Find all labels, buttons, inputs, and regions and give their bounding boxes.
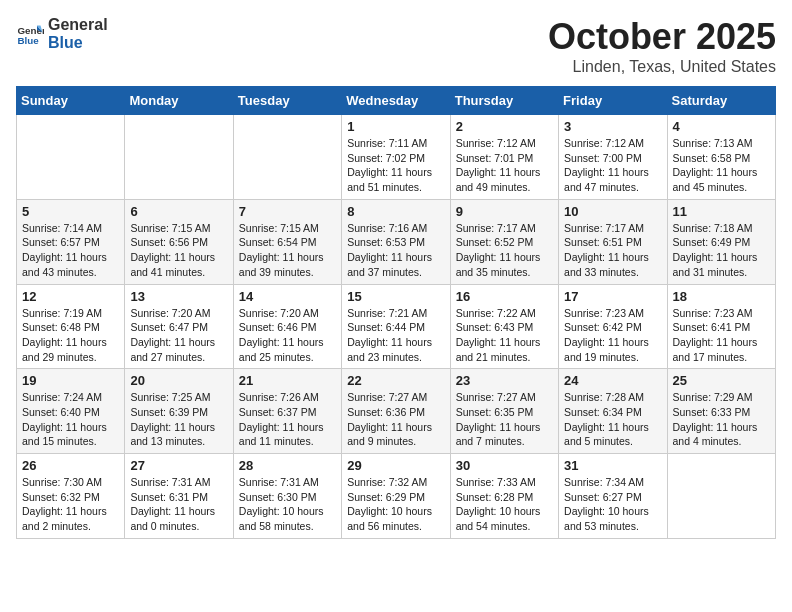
calendar-cell — [667, 454, 775, 539]
day-info: Sunrise: 7:32 AMSunset: 6:29 PMDaylight:… — [347, 475, 444, 534]
day-number: 19 — [22, 373, 119, 388]
day-info: Sunrise: 7:34 AMSunset: 6:27 PMDaylight:… — [564, 475, 661, 534]
calendar-cell — [125, 115, 233, 200]
calendar-cell: 20Sunrise: 7:25 AMSunset: 6:39 PMDayligh… — [125, 369, 233, 454]
calendar-cell: 7Sunrise: 7:15 AMSunset: 6:54 PMDaylight… — [233, 199, 341, 284]
day-number: 22 — [347, 373, 444, 388]
week-row-4: 26Sunrise: 7:30 AMSunset: 6:32 PMDayligh… — [17, 454, 776, 539]
calendar-cell: 29Sunrise: 7:32 AMSunset: 6:29 PMDayligh… — [342, 454, 450, 539]
calendar-cell: 30Sunrise: 7:33 AMSunset: 6:28 PMDayligh… — [450, 454, 558, 539]
logo-icon: General Blue — [16, 20, 44, 48]
calendar-cell: 1Sunrise: 7:11 AMSunset: 7:02 PMDaylight… — [342, 115, 450, 200]
calendar-cell: 9Sunrise: 7:17 AMSunset: 6:52 PMDaylight… — [450, 199, 558, 284]
header: General Blue General Blue October 2025 L… — [16, 16, 776, 76]
day-number: 1 — [347, 119, 444, 134]
logo: General Blue General Blue — [16, 16, 108, 51]
weekday-header-monday: Monday — [125, 87, 233, 115]
calendar-cell: 5Sunrise: 7:14 AMSunset: 6:57 PMDaylight… — [17, 199, 125, 284]
calendar-cell: 15Sunrise: 7:21 AMSunset: 6:44 PMDayligh… — [342, 284, 450, 369]
day-number: 31 — [564, 458, 661, 473]
day-info: Sunrise: 7:21 AMSunset: 6:44 PMDaylight:… — [347, 306, 444, 365]
calendar-cell: 21Sunrise: 7:26 AMSunset: 6:37 PMDayligh… — [233, 369, 341, 454]
logo-blue-text: Blue — [48, 34, 108, 52]
day-info: Sunrise: 7:15 AMSunset: 6:56 PMDaylight:… — [130, 221, 227, 280]
calendar-cell: 22Sunrise: 7:27 AMSunset: 6:36 PMDayligh… — [342, 369, 450, 454]
day-number: 21 — [239, 373, 336, 388]
calendar-cell: 16Sunrise: 7:22 AMSunset: 6:43 PMDayligh… — [450, 284, 558, 369]
day-info: Sunrise: 7:14 AMSunset: 6:57 PMDaylight:… — [22, 221, 119, 280]
weekday-header-friday: Friday — [559, 87, 667, 115]
calendar-cell: 23Sunrise: 7:27 AMSunset: 6:35 PMDayligh… — [450, 369, 558, 454]
day-info: Sunrise: 7:30 AMSunset: 6:32 PMDaylight:… — [22, 475, 119, 534]
day-info: Sunrise: 7:22 AMSunset: 6:43 PMDaylight:… — [456, 306, 553, 365]
svg-text:Blue: Blue — [17, 34, 39, 45]
calendar-cell: 6Sunrise: 7:15 AMSunset: 6:56 PMDaylight… — [125, 199, 233, 284]
day-number: 20 — [130, 373, 227, 388]
weekday-header-tuesday: Tuesday — [233, 87, 341, 115]
location-title: Linden, Texas, United States — [548, 58, 776, 76]
day-number: 29 — [347, 458, 444, 473]
day-info: Sunrise: 7:24 AMSunset: 6:40 PMDaylight:… — [22, 390, 119, 449]
day-info: Sunrise: 7:17 AMSunset: 6:51 PMDaylight:… — [564, 221, 661, 280]
day-number: 14 — [239, 289, 336, 304]
day-info: Sunrise: 7:16 AMSunset: 6:53 PMDaylight:… — [347, 221, 444, 280]
month-title: October 2025 — [548, 16, 776, 58]
day-info: Sunrise: 7:28 AMSunset: 6:34 PMDaylight:… — [564, 390, 661, 449]
day-number: 15 — [347, 289, 444, 304]
day-number: 17 — [564, 289, 661, 304]
weekday-header-thursday: Thursday — [450, 87, 558, 115]
calendar-cell: 8Sunrise: 7:16 AMSunset: 6:53 PMDaylight… — [342, 199, 450, 284]
day-info: Sunrise: 7:11 AMSunset: 7:02 PMDaylight:… — [347, 136, 444, 195]
calendar-cell: 4Sunrise: 7:13 AMSunset: 6:58 PMDaylight… — [667, 115, 775, 200]
day-number: 13 — [130, 289, 227, 304]
calendar-cell: 31Sunrise: 7:34 AMSunset: 6:27 PMDayligh… — [559, 454, 667, 539]
day-number: 18 — [673, 289, 770, 304]
day-info: Sunrise: 7:20 AMSunset: 6:47 PMDaylight:… — [130, 306, 227, 365]
calendar-cell: 18Sunrise: 7:23 AMSunset: 6:41 PMDayligh… — [667, 284, 775, 369]
day-info: Sunrise: 7:12 AMSunset: 7:01 PMDaylight:… — [456, 136, 553, 195]
day-number: 30 — [456, 458, 553, 473]
day-number: 2 — [456, 119, 553, 134]
day-info: Sunrise: 7:15 AMSunset: 6:54 PMDaylight:… — [239, 221, 336, 280]
day-info: Sunrise: 7:13 AMSunset: 6:58 PMDaylight:… — [673, 136, 770, 195]
day-info: Sunrise: 7:31 AMSunset: 6:31 PMDaylight:… — [130, 475, 227, 534]
day-number: 4 — [673, 119, 770, 134]
day-number: 23 — [456, 373, 553, 388]
day-number: 16 — [456, 289, 553, 304]
week-row-0: 1Sunrise: 7:11 AMSunset: 7:02 PMDaylight… — [17, 115, 776, 200]
day-info: Sunrise: 7:27 AMSunset: 6:36 PMDaylight:… — [347, 390, 444, 449]
calendar-cell: 2Sunrise: 7:12 AMSunset: 7:01 PMDaylight… — [450, 115, 558, 200]
day-info: Sunrise: 7:26 AMSunset: 6:37 PMDaylight:… — [239, 390, 336, 449]
day-number: 6 — [130, 204, 227, 219]
day-info: Sunrise: 7:19 AMSunset: 6:48 PMDaylight:… — [22, 306, 119, 365]
day-number: 28 — [239, 458, 336, 473]
calendar-cell: 19Sunrise: 7:24 AMSunset: 6:40 PMDayligh… — [17, 369, 125, 454]
day-info: Sunrise: 7:17 AMSunset: 6:52 PMDaylight:… — [456, 221, 553, 280]
weekday-header-wednesday: Wednesday — [342, 87, 450, 115]
calendar-cell: 10Sunrise: 7:17 AMSunset: 6:51 PMDayligh… — [559, 199, 667, 284]
day-info: Sunrise: 7:12 AMSunset: 7:00 PMDaylight:… — [564, 136, 661, 195]
week-row-1: 5Sunrise: 7:14 AMSunset: 6:57 PMDaylight… — [17, 199, 776, 284]
day-number: 11 — [673, 204, 770, 219]
day-number: 12 — [22, 289, 119, 304]
day-info: Sunrise: 7:20 AMSunset: 6:46 PMDaylight:… — [239, 306, 336, 365]
day-info: Sunrise: 7:23 AMSunset: 6:42 PMDaylight:… — [564, 306, 661, 365]
day-info: Sunrise: 7:27 AMSunset: 6:35 PMDaylight:… — [456, 390, 553, 449]
calendar-cell: 25Sunrise: 7:29 AMSunset: 6:33 PMDayligh… — [667, 369, 775, 454]
week-row-3: 19Sunrise: 7:24 AMSunset: 6:40 PMDayligh… — [17, 369, 776, 454]
day-info: Sunrise: 7:33 AMSunset: 6:28 PMDaylight:… — [456, 475, 553, 534]
calendar-cell: 14Sunrise: 7:20 AMSunset: 6:46 PMDayligh… — [233, 284, 341, 369]
calendar-cell: 12Sunrise: 7:19 AMSunset: 6:48 PMDayligh… — [17, 284, 125, 369]
day-number: 10 — [564, 204, 661, 219]
day-number: 25 — [673, 373, 770, 388]
day-number: 3 — [564, 119, 661, 134]
weekday-header-row: SundayMondayTuesdayWednesdayThursdayFrid… — [17, 87, 776, 115]
calendar-cell: 28Sunrise: 7:31 AMSunset: 6:30 PMDayligh… — [233, 454, 341, 539]
calendar-cell: 3Sunrise: 7:12 AMSunset: 7:00 PMDaylight… — [559, 115, 667, 200]
day-number: 9 — [456, 204, 553, 219]
calendar-cell — [17, 115, 125, 200]
calendar-cell: 11Sunrise: 7:18 AMSunset: 6:49 PMDayligh… — [667, 199, 775, 284]
title-area: October 2025 Linden, Texas, United State… — [548, 16, 776, 76]
day-info: Sunrise: 7:23 AMSunset: 6:41 PMDaylight:… — [673, 306, 770, 365]
calendar: SundayMondayTuesdayWednesdayThursdayFrid… — [16, 86, 776, 539]
